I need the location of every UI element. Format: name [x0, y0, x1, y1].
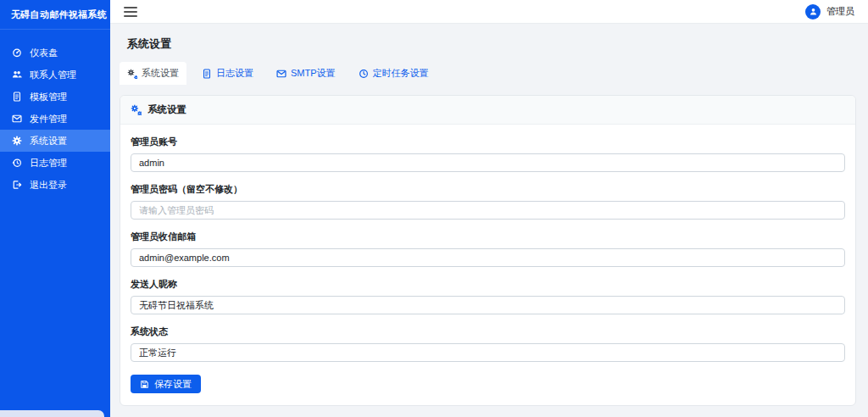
- app-title: 无碍自动邮件祝福系统: [0, 0, 110, 30]
- envelope-icon: [12, 114, 22, 124]
- main-area: 管理员 系统设置 系统设置 日志设置 SMTP设置 定时任务: [110, 0, 868, 417]
- field-admin-password: 管理员密码（留空不修改）: [131, 183, 845, 220]
- file-icon: [12, 92, 22, 102]
- admin-password-label: 管理员密码（留空不修改）: [131, 183, 845, 196]
- page-title: 系统设置: [127, 36, 856, 52]
- person-icon: [809, 7, 818, 16]
- people-icon: [12, 70, 22, 80]
- file-icon: [202, 69, 212, 79]
- hamburger-icon[interactable]: [124, 7, 137, 17]
- sidebar-nav: 仪表盘 联系人管理 模板管理 发件管理 系统设置 日志管理 退出登录: [0, 30, 110, 196]
- tab-log-settings[interactable]: 日志设置: [194, 62, 261, 85]
- tab-system-settings[interactable]: 系统设置: [120, 62, 186, 85]
- save-settings-button[interactable]: 保存设置: [131, 375, 201, 393]
- field-admin-email: 管理员收信邮箱: [131, 231, 845, 267]
- field-admin-account: 管理员账号: [131, 136, 845, 172]
- gears-icon: [127, 69, 137, 79]
- sidebar-item-logs[interactable]: 日志管理: [0, 152, 110, 174]
- save-button-label: 保存设置: [154, 378, 192, 391]
- gears-icon: [131, 104, 142, 115]
- system-status-input[interactable]: [131, 343, 845, 362]
- sidebar-item-label: 系统设置: [30, 135, 67, 147]
- sender-nickname-input[interactable]: [131, 296, 845, 314]
- sidebar-item-label: 仪表盘: [30, 47, 58, 59]
- user-menu[interactable]: 管理员: [805, 4, 854, 19]
- sidebar-item-logout[interactable]: 退出登录: [0, 174, 110, 196]
- admin-account-input[interactable]: [131, 153, 845, 172]
- sidebar-item-templates[interactable]: 模板管理: [0, 86, 110, 108]
- content: 系统设置 系统设置 日志设置 SMTP设置 定时任务设置: [110, 24, 868, 417]
- admin-email-input[interactable]: [131, 248, 845, 267]
- gear-icon: [12, 136, 22, 146]
- envelope-icon: [276, 69, 287, 79]
- field-system-status: 系统状态: [131, 325, 845, 362]
- tab-label: 日志设置: [216, 67, 253, 80]
- topbar: 管理员: [110, 0, 868, 24]
- tab-scheduled-tasks[interactable]: 定时任务设置: [351, 62, 437, 85]
- history-icon: [12, 158, 22, 168]
- sidebar-item-label: 模板管理: [30, 91, 67, 103]
- admin-account-label: 管理员账号: [131, 136, 845, 148]
- sidebar: 无碍自动邮件祝福系统 仪表盘 联系人管理 模板管理 发件管理 系统设置 日志管理: [0, 0, 110, 417]
- speedometer-icon: [12, 47, 22, 58]
- logout-icon: [12, 180, 22, 190]
- admin-email-label: 管理员收信邮箱: [131, 231, 845, 243]
- avatar: [805, 4, 821, 19]
- clock-icon: [359, 69, 369, 79]
- sidebar-item-dashboard[interactable]: 仪表盘: [0, 42, 110, 64]
- system-status-label: 系统状态: [131, 325, 845, 338]
- sidebar-item-settings[interactable]: 系统设置: [0, 130, 110, 152]
- sidebar-item-contacts[interactable]: 联系人管理: [0, 64, 110, 86]
- field-sender-nickname: 发送人昵称: [131, 278, 845, 314]
- card-header: 系统设置: [120, 96, 855, 125]
- sender-nickname-label: 发送人昵称: [131, 278, 845, 291]
- sidebar-item-label: 日志管理: [30, 157, 67, 170]
- tab-label: 定时任务设置: [373, 67, 429, 80]
- settings-card: 系统设置 管理员账号 管理员密码（留空不修改） 管理员收信邮箱 发送人昵称: [120, 95, 856, 406]
- tab-label: 系统设置: [142, 67, 179, 80]
- admin-password-input[interactable]: [131, 201, 845, 220]
- tab-smtp-settings[interactable]: SMTP设置: [269, 62, 343, 85]
- user-name: 管理员: [826, 5, 854, 18]
- sidebar-item-label: 发件管理: [30, 113, 67, 125]
- save-icon: [140, 380, 149, 389]
- tab-label: SMTP设置: [291, 67, 336, 80]
- bottom-left-panel-edge: [0, 410, 104, 417]
- sidebar-item-label: 联系人管理: [30, 69, 76, 81]
- card-title: 系统设置: [147, 103, 186, 116]
- sidebar-item-send[interactable]: 发件管理: [0, 108, 110, 130]
- card-body: 管理员账号 管理员密码（留空不修改） 管理员收信邮箱 发送人昵称 系统状态: [120, 125, 855, 405]
- tab-bar: 系统设置 日志设置 SMTP设置 定时任务设置: [120, 62, 856, 85]
- sidebar-item-label: 退出登录: [30, 179, 67, 192]
